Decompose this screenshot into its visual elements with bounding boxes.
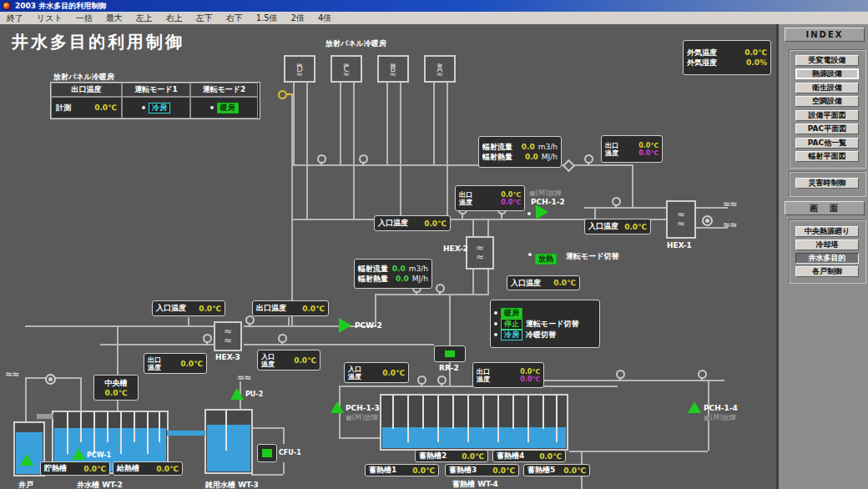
menu-lower-right[interactable]: 右下 [220, 13, 250, 24]
screen-header: 画 面 [785, 201, 865, 215]
menu-exit[interactable]: 終了 [0, 13, 30, 24]
rr2-label: RR-2 [439, 364, 459, 372]
menu-upper-left[interactable]: 左上 [129, 13, 159, 24]
cfu1-unit [257, 444, 277, 462]
wt2-tank-label: 井水槽 WT-2 [77, 480, 123, 489]
pipe [487, 219, 489, 236]
hex1-heat-exchanger [666, 200, 696, 239]
radiant-flow-mid: 輻射流量0.0m3/h 輻射熱量0.0MJ/h [354, 259, 432, 289]
flow-wave-icon [723, 219, 736, 230]
hex3-label: HEX-3 [215, 353, 240, 361]
flow-wave-icon [5, 369, 18, 380]
outlet-temp-stack-left: 出口温度 0.0℃ [144, 353, 207, 374]
valve-icon [278, 334, 287, 343]
inlet-temp-hex2: 入口温度0.0℃ [374, 215, 451, 231]
pipe [25, 325, 214, 327]
window-title: 2003 井水多目的利用制御 [15, 2, 106, 10]
pipe [487, 270, 489, 294]
wt4-sensor-5: 蓄熱槽50.0℃ [523, 464, 590, 476]
menu-upper-right[interactable]: 右上 [159, 13, 189, 24]
pipe [400, 83, 401, 219]
pipe [291, 93, 293, 325]
pch13-pump-icon [331, 401, 344, 413]
col-run-mode-1: 運転モード1 [122, 83, 190, 97]
wt2-sensor-2: 給熱槽0.0℃ [113, 461, 183, 476]
pipe [584, 207, 666, 209]
sidebar-item-floor-plan[interactable]: 設備平面図 [795, 110, 859, 121]
wt3-water [207, 425, 250, 471]
pipe [632, 164, 633, 207]
sidebar-item-pac-list[interactable]: PAC他一覧 [795, 138, 859, 149]
pipe [37, 414, 53, 419]
sidebar-item-central-heat[interactable]: 中央熱源廻り [795, 226, 859, 237]
inlet-temp-stack-left: 入口温度 0.0℃ [257, 350, 320, 371]
pcw2-pump-icon [339, 318, 351, 333]
sidebar-item-disaster[interactable]: 災害時制御 [795, 178, 859, 189]
pipe [292, 164, 633, 166]
central-tank-box: 中央槽 0.0℃ [93, 375, 139, 401]
menu-zoom-1-5x[interactable]: 1.5倍 [250, 13, 285, 24]
pcw2-label: PCW-2 [355, 321, 382, 330]
mode1-led [142, 106, 145, 109]
pch12-pump-icon [536, 204, 548, 219]
valve-icon [203, 334, 212, 343]
hex2-heat-exchanger [466, 236, 494, 270]
pipe [472, 270, 474, 294]
outlet-temp-left: 出口温度0.0℃ [252, 300, 329, 316]
pipe [251, 474, 283, 476]
key-icon [278, 90, 287, 99]
mode1-chip: 冷房 [149, 103, 170, 113]
well-water [16, 432, 43, 474]
outlet-temp-stack-mid: 出口温度 0.0℃ 0.0℃ [472, 362, 544, 388]
mode-heating-chip: 暖房 [501, 308, 522, 319]
sidebar-item-cooling-tower[interactable]: 冷却塔 [795, 239, 859, 250]
valve-icon [317, 154, 326, 164]
hex2-mode-led [528, 253, 532, 256]
pcw1-pump-icon [72, 448, 85, 460]
menu-zoom-4x[interactable]: 4倍 [311, 13, 338, 24]
radiant-panel-table: 出口温度 運転モード1 運転モード2 計測0.0℃ 冷房 暖房 [50, 82, 260, 119]
hex3-heat-exchanger [214, 321, 242, 351]
pipe [447, 83, 448, 219]
inlet-temp-left: 入口温度0.0℃ [152, 300, 225, 316]
wt4-sensor-2: 蓄熱槽20.0℃ [415, 450, 488, 462]
pcw1-label: PCW-1 [87, 451, 111, 459]
water-transfer-pipe [167, 431, 205, 436]
panel-unit-b: B [377, 55, 409, 83]
pipe [340, 83, 341, 164]
rr2-unit [434, 345, 466, 362]
rr2-run-indicator [445, 350, 455, 357]
col-run-mode-2: 運転モード2 [190, 83, 258, 97]
menu-max[interactable]: 最大 [99, 13, 129, 24]
well-pump-icon [20, 454, 33, 466]
pump-circle-icon [702, 215, 713, 226]
menu-batch[interactable]: 一括 [69, 13, 99, 24]
wt3-tank-label: 雑用水槽 WT-3 [205, 480, 259, 489]
sidebar-item-hvac[interactable]: 空調設備 [795, 96, 859, 107]
mode1-cell: 冷房 [122, 97, 190, 118]
menu-list[interactable]: リスト [30, 13, 69, 24]
measured-temp-cell: 計測0.0℃ [51, 97, 122, 118]
sidebar-item-well-water[interactable]: 井水多目的 [795, 253, 859, 264]
sidebar-item-heat-source[interactable]: 熱源設備 [795, 68, 859, 79]
panel-unit-c: C [331, 55, 362, 83]
valve-icon [436, 284, 445, 293]
col-outlet-temp: 出口温度 [51, 83, 122, 97]
pipe [80, 377, 82, 411]
hex2-mode-label: 運転モード切替 [566, 251, 618, 262]
sidebar-item-pac-plan[interactable]: PAC平面図 [795, 124, 859, 134]
sidebar-item-sanitary[interactable]: 衛生設備 [795, 83, 859, 93]
pipe [339, 437, 380, 439]
run-mode-switch-label: 運転モード切替 [526, 319, 578, 329]
pipe [188, 317, 189, 325]
menu-zoom-2x[interactable]: 2倍 [285, 13, 311, 24]
sidebar-item-power[interactable]: 受変電設備 [795, 55, 859, 66]
pipe [117, 401, 119, 411]
menu-lower-left[interactable]: 左下 [189, 13, 220, 24]
sidebar-item-radiant-plan[interactable]: 輻射平面図 [795, 151, 859, 162]
flow-wave-icon [723, 199, 736, 209]
valve-icon [698, 370, 707, 379]
sidebar-item-unit-control[interactable]: 各戸制御 [795, 266, 859, 277]
pipe [569, 451, 708, 452]
flow-wave-icon [237, 372, 250, 383]
